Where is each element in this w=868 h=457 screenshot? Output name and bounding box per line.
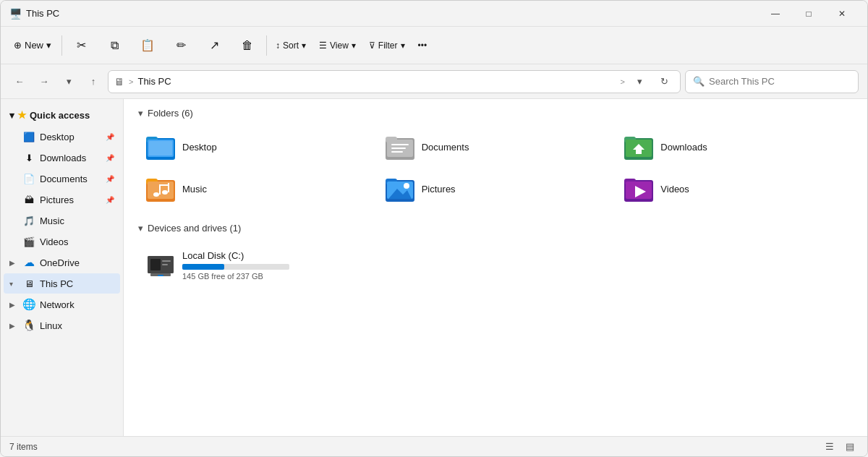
- sidebar-item-thispc[interactable]: ▾ 🖥 This PC: [4, 273, 120, 294]
- svg-rect-19: [159, 184, 161, 195]
- drives-section-header[interactable]: ▾ Devices and drives (1): [138, 223, 853, 234]
- folder-item-videos[interactable]: Videos: [616, 169, 853, 208]
- folder-music-name: Music: [182, 184, 207, 195]
- sidebar-onedrive-chevron: ▶: [9, 259, 18, 267]
- more-button[interactable]: •••: [412, 33, 433, 59]
- svg-point-26: [404, 183, 409, 189]
- sidebar-item-desktop[interactable]: 🟦 Desktop 📌: [4, 127, 120, 147]
- sidebar-item-pictures[interactable]: 🏔 Pictures 📌: [4, 189, 120, 210]
- drive-c-info: Local Disk (C:) 145 GB free of 237 GB: [182, 250, 289, 281]
- toolbar-separator-2: [266, 35, 267, 56]
- new-icon: ⊕: [14, 40, 22, 51]
- more-icon: •••: [418, 40, 427, 51]
- new-button[interactable]: ⊕ New ▾: [7, 33, 59, 59]
- folder-desktop-name: Desktop: [182, 142, 217, 153]
- folder-item-music[interactable]: Music: [138, 169, 375, 208]
- paste-button[interactable]: 📋: [132, 30, 163, 61]
- address-path-end-separator: >: [621, 77, 625, 86]
- sidebar: ▾ ★ Quick access 🟦 Desktop 📌 ⬇ Downloads…: [1, 99, 124, 436]
- status-bar-right: ☰ ▤: [821, 438, 859, 456]
- filter-button[interactable]: ⊽ Filter ▾: [363, 33, 411, 59]
- forward-button[interactable]: →: [34, 72, 54, 92]
- main-area: ▾ ★ Quick access 🟦 Desktop 📌 ⬇ Downloads…: [1, 99, 867, 436]
- folder-item-pictures[interactable]: Pictures: [378, 169, 614, 208]
- app-icon: 🖥️: [9, 8, 22, 20]
- sidebar-linux-label: Linux: [40, 320, 62, 331]
- up-button[interactable]: ↑: [83, 72, 103, 92]
- close-button[interactable]: ✕: [825, 1, 859, 27]
- sidebar-onedrive-icon: ☁: [22, 256, 35, 269]
- sort-icon: ↕: [276, 40, 280, 51]
- sidebar-network-chevron: ▶: [9, 301, 18, 309]
- maximize-button[interactable]: □: [792, 1, 825, 27]
- sidebar-item-onedrive[interactable]: ▶ ☁ OneDrive: [4, 252, 120, 273]
- detail-view-button[interactable]: ▤: [841, 438, 859, 456]
- sidebar-item-documents[interactable]: 📄 Documents 📌: [4, 168, 120, 189]
- svg-rect-37: [158, 275, 163, 276]
- cut-icon: ✂: [77, 38, 86, 52]
- folder-item-desktop[interactable]: Desktop: [138, 127, 375, 166]
- sidebar-item-network[interactable]: ▶ 🌐 Network: [4, 294, 120, 315]
- drive-c-name: Local Disk (C:): [182, 250, 289, 261]
- copy-button[interactable]: ⧉: [98, 30, 130, 61]
- folder-documents-name: Documents: [422, 142, 469, 153]
- drive-item-c[interactable]: Local Disk (C:) 145 GB free of 237 GB: [138, 242, 297, 289]
- folder-item-documents[interactable]: Documents: [378, 127, 614, 166]
- pin-desktop-icon: 📌: [106, 133, 114, 141]
- sidebar-item-linux[interactable]: ▶ 🐧 Linux: [4, 315, 120, 336]
- sidebar-item-downloads[interactable]: ⬇ Downloads 📌: [4, 148, 120, 168]
- svg-point-17: [153, 192, 159, 197]
- search-box[interactable]: 🔍: [685, 70, 859, 93]
- address-input[interactable]: 🖥 > This PC > ▾ ↻: [108, 70, 681, 93]
- refresh-button[interactable]: ↻: [654, 72, 674, 92]
- folder-downloads-icon: [624, 134, 653, 160]
- svg-rect-3: [149, 141, 172, 155]
- sidebar-videos-label: Videos: [40, 236, 69, 247]
- drive-c-bar-fill: [182, 264, 224, 270]
- new-chevron-icon: ▾: [46, 40, 51, 51]
- svg-rect-35: [162, 264, 168, 265]
- paste-icon: 📋: [140, 38, 155, 52]
- folder-desktop-icon: [146, 134, 175, 160]
- folders-chevron-icon: ▾: [138, 108, 143, 119]
- sidebar-item-videos[interactable]: 🎬 Videos: [4, 231, 120, 252]
- sidebar-item-music[interactable]: 🎵 Music: [4, 210, 120, 231]
- drive-c-icon: [146, 250, 175, 279]
- view-label: View: [330, 40, 349, 51]
- folder-pictures-icon: [386, 176, 414, 202]
- drive-c-bar: [182, 264, 289, 270]
- sidebar-network-label: Network: [40, 299, 75, 310]
- sidebar-desktop-label: Desktop: [40, 132, 75, 142]
- sidebar-thispc-icon: 🖥: [22, 278, 35, 289]
- folder-downloads-name: Downloads: [660, 142, 707, 153]
- sidebar-linux-icon: 🐧: [22, 319, 35, 332]
- recent-button[interactable]: ▾: [59, 72, 79, 92]
- search-input[interactable]: [709, 76, 851, 87]
- sidebar-linux-chevron: ▶: [9, 322, 18, 330]
- pin-documents-icon: 📌: [106, 175, 114, 183]
- sidebar-documents-label: Documents: [40, 174, 88, 184]
- pin-downloads-icon: 📌: [106, 154, 114, 162]
- rename-button[interactable]: ✏: [165, 30, 197, 61]
- toolbar-separator-1: [61, 35, 62, 56]
- sort-button[interactable]: ↕ Sort ▾: [270, 33, 312, 59]
- folders-section-header[interactable]: ▾ Folders (6): [138, 108, 853, 119]
- delete-button[interactable]: 🗑: [231, 30, 263, 61]
- sidebar-thispc-chevron: ▾: [9, 280, 18, 288]
- status-item-count: 7 items: [9, 442, 38, 452]
- back-button[interactable]: ←: [9, 72, 30, 92]
- sidebar-quick-access-header[interactable]: ▾ ★ Quick access: [4, 104, 120, 126]
- minimize-button[interactable]: —: [759, 1, 792, 27]
- address-path-text: This PC: [137, 76, 616, 87]
- sidebar-thispc-label: This PC: [40, 278, 73, 289]
- sidebar-music-label: Music: [40, 215, 64, 226]
- list-view-button[interactable]: ☰: [821, 438, 838, 456]
- cut-button[interactable]: ✂: [65, 30, 97, 61]
- sort-label: Sort: [283, 40, 299, 51]
- address-dropdown-button[interactable]: ▾: [629, 72, 650, 92]
- folder-item-downloads[interactable]: Downloads: [616, 127, 853, 166]
- address-bar: ← → ▾ ↑ 🖥 > This PC > ▾ ↻ 🔍: [1, 64, 867, 99]
- share-button[interactable]: ↗: [198, 30, 230, 61]
- sidebar-pictures-icon: 🏔: [22, 195, 35, 205]
- view-button[interactable]: ☰ View ▾: [313, 33, 362, 59]
